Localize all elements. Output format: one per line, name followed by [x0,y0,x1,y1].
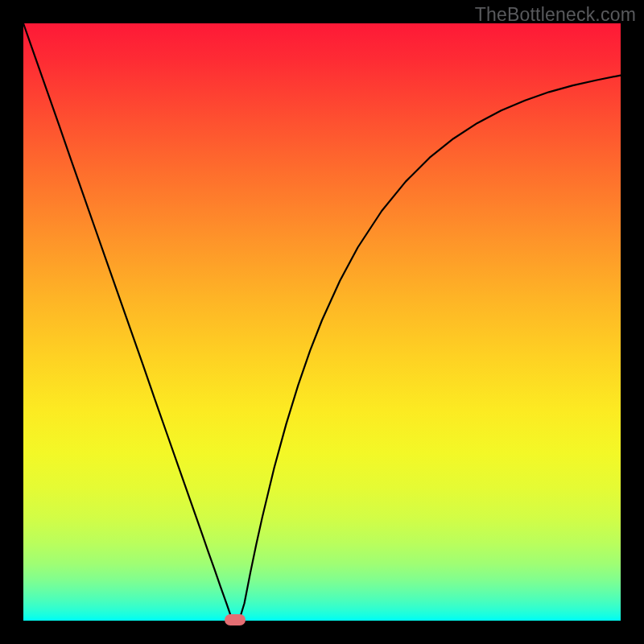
chart-frame: TheBottleneck.com [0,0,644,644]
minimum-marker [225,614,246,625]
bottleneck-curve [23,23,621,621]
watermark-text: TheBottleneck.com [475,4,636,26]
plot-area [23,23,621,621]
